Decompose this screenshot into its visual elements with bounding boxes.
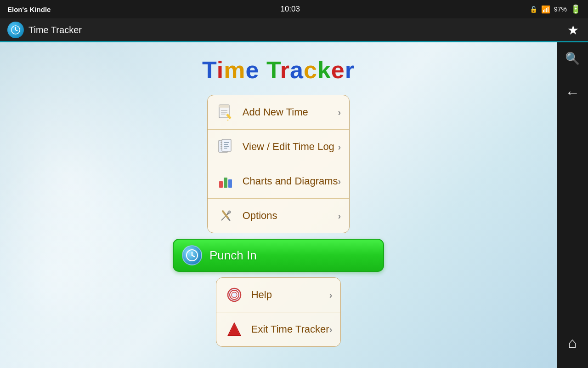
menu-item-view-edit-time-log[interactable]: View / Edit Time Log ›	[208, 130, 350, 164]
view-edit-icon	[216, 137, 235, 156]
svg-rect-21	[224, 178, 227, 188]
menu-item-options[interactable]: Options ›	[208, 199, 350, 233]
svg-point-23	[228, 211, 231, 213]
svg-rect-20	[219, 181, 223, 188]
options-label: Options	[243, 210, 338, 222]
lock-icon: 🔒	[530, 6, 537, 13]
svg-line-25	[228, 218, 230, 220]
app-title-bar: Time Tracker	[28, 25, 82, 35]
options-chevron: ›	[338, 211, 341, 221]
options-icon	[216, 206, 235, 225]
help-chevron: ›	[329, 290, 333, 300]
battery-percent: 97%	[554, 6, 567, 13]
svg-rect-19	[224, 148, 227, 149]
exit-icon	[225, 320, 244, 339]
battery-icon: 🔋	[571, 4, 581, 14]
svg-rect-4	[219, 105, 229, 108]
svg-line-2	[16, 30, 17, 31]
clock: 10:03	[280, 5, 300, 14]
svg-marker-32	[228, 323, 241, 336]
menu-item-help[interactable]: Help ›	[216, 278, 341, 312]
svg-rect-15	[222, 139, 231, 151]
punch-in-label: Punch In	[209, 248, 257, 263]
charts-diagrams-label: Charts and Diagrams	[243, 175, 338, 187]
status-indicators: 🔒 📶 97% 🔋	[530, 4, 581, 14]
view-edit-time-log-label: View / Edit Time Log	[243, 141, 338, 153]
svg-rect-18	[224, 146, 229, 147]
exit-chevron: ›	[329, 324, 333, 335]
punch-in-button[interactable]: Punch In	[173, 239, 384, 272]
app-title: Time Tracker	[202, 56, 355, 84]
add-new-time-chevron: ›	[338, 107, 341, 118]
svg-rect-16	[224, 142, 229, 143]
status-bar: Elon's Kindle 10:03 🔒 📶 97% 🔋	[0, 0, 588, 18]
exit-time-tracker-label: Exit Time Tracker	[251, 323, 329, 335]
back-icon[interactable]: ←	[565, 84, 580, 101]
star-icon[interactable]: ★	[567, 23, 579, 38]
svg-point-31	[232, 292, 237, 298]
svg-marker-9	[227, 119, 229, 121]
title-bar: Time Tracker ★	[0, 18, 588, 42]
view-edit-chevron: ›	[338, 142, 341, 152]
svg-line-28	[192, 255, 194, 257]
main-layout: Time Tracker Add	[0, 42, 588, 368]
menu-item-add-new-time[interactable]: Add New Time ›	[208, 95, 350, 130]
svg-rect-22	[228, 179, 232, 188]
bottom-menu-box: Help › Exit Time Tracker ›	[216, 277, 341, 347]
add-new-time-label: Add New Time	[243, 106, 338, 118]
help-icon	[225, 285, 244, 305]
menu-item-exit-time-tracker[interactable]: Exit Time Tracker ›	[216, 312, 341, 346]
help-label: Help	[251, 289, 329, 301]
add-new-time-icon	[216, 103, 235, 122]
search-icon[interactable]: 🔍	[565, 52, 580, 66]
app-icon	[7, 22, 24, 38]
charts-chevron: ›	[338, 176, 341, 187]
right-sidebar: 🔍 ← ⌂	[557, 42, 588, 368]
top-menu-box: Add New Time ›	[207, 95, 350, 233]
home-icon[interactable]: ⌂	[568, 334, 577, 351]
punch-in-clock-icon	[182, 245, 202, 265]
charts-icon	[216, 172, 235, 191]
svg-rect-17	[224, 144, 228, 145]
menu-item-charts-and-diagrams[interactable]: Charts and Diagrams ›	[208, 164, 350, 199]
wifi-icon: 📶	[541, 5, 550, 14]
device-name: Elon's Kindle	[7, 6, 51, 13]
content-area: Time Tracker Add	[0, 42, 557, 368]
